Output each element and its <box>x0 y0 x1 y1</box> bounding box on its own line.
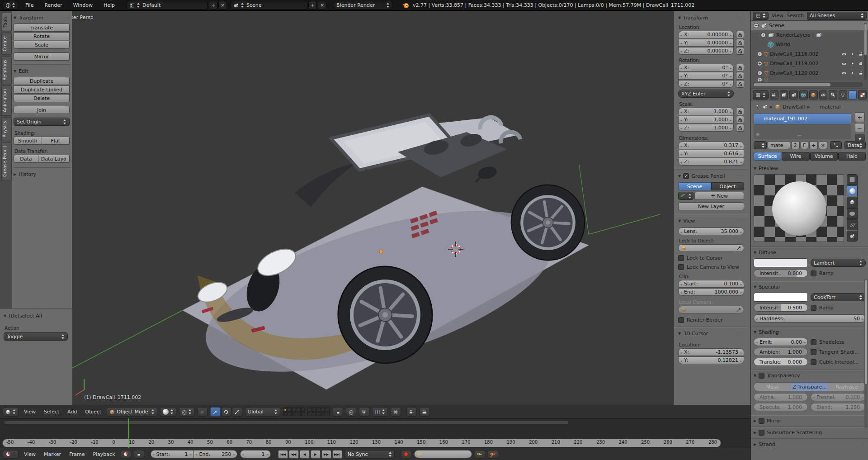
fake-user-button[interactable]: F <box>801 141 808 149</box>
shade-smooth-button[interactable]: Smooth <box>14 137 42 145</box>
screen-layout-selector[interactable]: Default <box>127 1 208 9</box>
ambient-slider[interactable]: Ambien:1.000 <box>754 348 808 356</box>
manipulator-toggle-button[interactable] <box>197 407 208 417</box>
panel-header-transform[interactable]: ▼Transform:::: <box>14 14 71 22</box>
gp-new-button[interactable]: +New <box>694 192 744 200</box>
opengl-render-button[interactable] <box>406 407 417 417</box>
slot-add-icon[interactable]: ⊕ <box>756 132 760 137</box>
duplicate-button[interactable]: Duplicate <box>14 77 70 85</box>
mirror-checkbox[interactable] <box>759 418 764 424</box>
lens-field[interactable]: Lens:35.000 <box>678 228 744 235</box>
blend-field[interactable]: Blend:1.250 <box>811 403 866 411</box>
menu-file[interactable]: File <box>22 2 37 8</box>
current-frame-field[interactable]: 1 <box>240 450 271 458</box>
insert-keyframe-button[interactable] <box>475 450 485 459</box>
preview-world-sphere-button[interactable] <box>847 231 858 242</box>
tab-physics[interactable]: Physics <box>1 117 12 141</box>
editor-type-selector[interactable] <box>3 407 19 417</box>
set-origin-menu[interactable]: Set Origin <box>14 118 70 126</box>
lock-location-z-button[interactable] <box>736 47 744 55</box>
gp-source-scene-button[interactable]: Scene <box>678 182 711 190</box>
scene-selector[interactable]: Scene <box>231 1 307 9</box>
transform-orientation-dropdown[interactable]: Global <box>245 407 280 417</box>
renderable-camera-icon[interactable] <box>859 52 864 57</box>
specular-ramp-checkbox[interactable] <box>811 305 816 311</box>
material-users-button[interactable]: 2 <box>791 141 800 149</box>
use-preview-range-button[interactable] <box>121 450 131 459</box>
type-volume-button[interactable]: Volume <box>810 152 838 161</box>
mask-button[interactable]: Mask <box>754 383 791 391</box>
menu-add[interactable]: Add <box>65 409 80 415</box>
rotation-x-field[interactable]: X:0° <box>678 64 734 71</box>
local-camera-field[interactable] <box>678 306 744 313</box>
scale-manipulator-button[interactable] <box>232 407 242 417</box>
viewport-3d[interactable]: User Persp (1) DrawCall_1711.002 Tools C… <box>0 11 750 405</box>
diffuse-ramp-checkbox[interactable] <box>811 270 816 276</box>
opengl-render-anim-button[interactable] <box>420 407 430 417</box>
scale-x-field[interactable]: X:1.000 <box>678 108 734 115</box>
rotation-z-field[interactable]: Z:0° <box>678 80 734 88</box>
menu-render[interactable]: Render <box>41 2 66 8</box>
ztransparency-button[interactable]: Z Transpare... <box>791 383 828 391</box>
gp-new-layer-button[interactable]: New Layer <box>678 202 744 210</box>
tab-constraints[interactable] <box>819 90 828 100</box>
frame-start-field[interactable]: Start:1 <box>151 450 194 458</box>
delete-button[interactable]: Delete <box>14 94 70 102</box>
type-halo-button[interactable]: Halo <box>838 152 866 161</box>
translate-button[interactable]: Translate <box>14 24 70 32</box>
panel-header-preview[interactable]: ▼Preview:::: <box>754 164 866 172</box>
panel-header-mirror[interactable]: ▶Mirror:::: <box>754 417 866 425</box>
jump-to-end-button[interactable]: ▶▶| <box>332 450 342 459</box>
keying-set-field[interactable] <box>414 450 472 458</box>
menu-window[interactable]: Window <box>70 2 96 8</box>
render-engine-selector[interactable]: Blender Render <box>334 1 392 9</box>
preview-monkey-button[interactable] <box>847 208 858 219</box>
data-transfer-layout-button[interactable]: Data Layo <box>38 155 70 163</box>
timeline-ruler[interactable]: -50-40-30-20-100102030405060708090100110… <box>0 438 750 448</box>
tab-object[interactable] <box>809 90 818 100</box>
lock-camera-checkbox[interactable] <box>678 264 684 270</box>
expand-icon[interactable]: + <box>761 33 766 38</box>
rotate-manipulator-button[interactable] <box>221 407 231 417</box>
add-material-slot-button[interactable]: + <box>855 112 865 122</box>
menu-view[interactable]: View <box>21 409 38 415</box>
grease-pencil-checkbox[interactable] <box>683 173 689 179</box>
unlink-material-button[interactable]: × <box>819 141 827 149</box>
nodes-button[interactable] <box>830 141 842 149</box>
rotate-button[interactable]: Rotate <box>14 32 70 40</box>
render-border-checkbox[interactable] <box>678 317 684 323</box>
cursor-y-field[interactable]: Y:0.12821 <box>678 356 744 364</box>
add-layout-button[interactable]: + <box>209 1 217 9</box>
material-name-field[interactable]: mate <box>768 141 790 149</box>
delete-layout-button[interactable]: × <box>218 1 227 9</box>
diffuse-intensity-slider[interactable]: Intensit:0.800 <box>754 269 808 277</box>
hardness-field[interactable]: Hardness:50 <box>754 314 866 322</box>
render-border-row[interactable]: Render Border <box>678 317 744 323</box>
outliner-item-drawcall-1119[interactable]: + ▽ DrawCall_1119.002 <box>751 59 868 68</box>
location-x-field[interactable]: X:0.00000 <box>678 31 734 38</box>
expand-icon[interactable]: + <box>757 52 762 57</box>
outliner-item-partial[interactable]: + ▽ <box>751 78 868 81</box>
specular-ramp-row[interactable]: Ramp <box>811 305 834 311</box>
scale-y-field[interactable]: Y:1.000 <box>678 116 734 123</box>
panel-header-3d-cursor[interactable]: ▼3D Cursor:::: <box>678 329 744 337</box>
selectable-arrow-icon[interactable] <box>850 52 855 57</box>
renderable-camera-icon[interactable] <box>859 71 864 76</box>
editor-type-selector[interactable] <box>753 90 769 100</box>
panel-header-grease-pencil[interactable]: ▼Grease Pencil:::: <box>678 172 744 180</box>
tab-texture[interactable] <box>858 90 867 100</box>
dimension-z-field[interactable]: Z:0.821 <box>678 158 744 166</box>
gp-source-object-button[interactable]: Object <box>711 182 744 190</box>
outliner-item-drawcall-1116[interactable]: + ▽ DrawCall_1116.002 <box>751 49 868 59</box>
auto-keyframe-button[interactable] <box>401 450 411 459</box>
renderable-camera-icon[interactable] <box>859 61 864 66</box>
transparency-checkbox[interactable] <box>759 373 764 379</box>
add-scene-button[interactable]: + <box>308 1 317 9</box>
lock-to-cursor-checkbox[interactable] <box>678 255 684 261</box>
duplicate-linked-button[interactable]: Duplicate Linked <box>14 85 70 94</box>
dimension-x-field[interactable]: X:0.317 <box>678 142 744 149</box>
panel-grip[interactable]: :::: <box>859 250 866 255</box>
emit-field[interactable]: Emit:0.00 <box>754 338 808 346</box>
panel-header-shading[interactable]: ▼Shading:::: <box>754 328 866 336</box>
menu-object[interactable]: Object <box>82 409 104 415</box>
